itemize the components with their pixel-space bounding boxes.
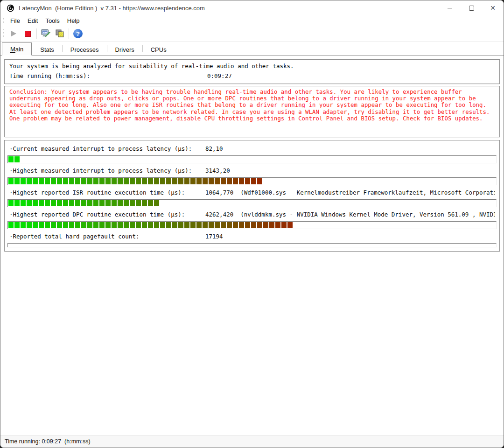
bar-segment	[136, 222, 141, 228]
bar-segment	[239, 222, 244, 228]
bar-segment	[63, 222, 68, 228]
bar-segment	[8, 200, 14, 206]
bar-segment	[251, 222, 256, 228]
stat-line: ·Current measured interrupt to process l…	[9, 145, 495, 152]
bar-segment	[27, 222, 32, 228]
bar-segment	[227, 178, 232, 184]
bar-segment	[99, 178, 105, 184]
minimize-button[interactable]	[439, 0, 461, 15]
stat-value: 3143,20	[205, 167, 230, 174]
bar-segment	[69, 222, 74, 228]
window-controls: ✕	[439, 0, 504, 15]
bar-segment	[57, 200, 62, 206]
bar-segment	[45, 178, 50, 184]
status-text: Time running: 0:09:27 (h:mm:ss)	[5, 438, 91, 445]
bar-segment	[87, 200, 92, 206]
bar-segment	[69, 200, 74, 206]
options-button[interactable]	[39, 28, 53, 40]
stat-line: ·Highest reported ISR routine execution …	[9, 189, 495, 196]
bar-segment	[287, 222, 293, 228]
bar-segment	[93, 178, 98, 184]
bar-segment	[118, 222, 123, 228]
time-running-line: Time running (h:mm:ss): 0:09:27	[9, 72, 495, 82]
bar-segment	[148, 178, 153, 184]
bar-segment	[281, 222, 287, 228]
menu-tools[interactable]: Tools	[42, 16, 63, 25]
monitor-tool-icon	[41, 28, 51, 39]
bar-segment	[14, 222, 20, 228]
maximize-icon	[469, 6, 474, 11]
bar-segment	[154, 222, 159, 228]
conclusion-box: Conclusion: Your system appears to be ha…	[4, 86, 500, 137]
stat-detail: (nvlddmkm.sys - NVIDIA Windows Kernel Mo…	[240, 211, 495, 218]
start-monitor-button[interactable]	[7, 28, 21, 40]
main-content: Your system is being analyzed for suitab…	[0, 56, 504, 435]
bar-segment	[112, 178, 117, 184]
bar-segment	[21, 222, 26, 228]
latencymon-window: LatencyMon (Home Edition ) v 7.31 - http…	[0, 0, 504, 448]
bar-segment	[118, 178, 123, 184]
tab-cpus[interactable]: CPUs	[143, 44, 175, 55]
bar-segment	[57, 178, 62, 184]
bar-segment	[8, 222, 14, 228]
bar-segment	[269, 222, 274, 228]
bar-segment	[14, 156, 20, 162]
windows-button[interactable]	[53, 28, 67, 40]
bar-segment	[21, 200, 26, 206]
bar-segment	[166, 222, 171, 228]
bar-segment	[196, 222, 202, 228]
bar-segment	[215, 178, 220, 184]
bar-segment	[190, 222, 196, 228]
menu-file[interactable]: File	[7, 16, 24, 25]
bar-segment	[27, 178, 32, 184]
bar-segment	[99, 200, 105, 206]
toolbar-separator	[87, 28, 87, 39]
stats-rows: ·Current measured interrupt to process l…	[7, 145, 497, 247]
bar-segment	[33, 178, 38, 184]
bar-segment	[51, 200, 56, 206]
menu-edit[interactable]: Edit	[24, 16, 42, 25]
bar-segment	[203, 178, 208, 184]
bar-segment	[233, 178, 238, 184]
bar-segment	[251, 178, 256, 184]
bar-track	[7, 243, 497, 247]
tab-processes[interactable]: Processes	[63, 44, 107, 55]
bar-segment	[190, 178, 196, 184]
bar-segment	[124, 222, 129, 228]
bar-segment	[81, 200, 86, 206]
tab-main[interactable]: Main	[2, 42, 32, 56]
bar-segment	[136, 178, 141, 184]
stat-label: ·Highest measured interrupt to process l…	[9, 167, 205, 174]
bar-track	[7, 155, 497, 163]
stop-monitor-button[interactable]	[21, 28, 35, 40]
stat-row: ·Highest measured interrupt to process l…	[7, 167, 497, 185]
maximize-button[interactable]	[461, 0, 482, 15]
close-button[interactable]: ✕	[482, 0, 504, 15]
bar-segment	[105, 200, 111, 206]
bar-segment	[87, 222, 92, 228]
bar-segment	[87, 178, 92, 184]
bar-segment	[196, 178, 202, 184]
stat-value: 4262,420	[205, 211, 233, 218]
tab-stats[interactable]: Stats	[32, 44, 62, 55]
bar-segment	[75, 178, 80, 184]
tab-drivers[interactable]: Drivers	[107, 44, 142, 55]
bar-segment	[142, 222, 147, 228]
help-button[interactable]: ?	[71, 28, 85, 40]
stat-label: ·Current measured interrupt to process l…	[9, 145, 205, 152]
bar-segment	[124, 178, 129, 184]
bar-segment	[93, 200, 98, 206]
bar-track	[7, 199, 497, 207]
bar-segment	[105, 222, 111, 228]
minimize-icon	[448, 8, 452, 8]
stat-line: ·Highest reported DPC routine execution …	[9, 211, 495, 218]
bar-segment	[8, 156, 14, 162]
conclusion-text: Conclusion: Your system appears to be ha…	[9, 89, 495, 122]
bar-segment	[263, 222, 268, 228]
menu-bar: File Edit Tools Help	[0, 15, 504, 26]
bar-segment	[39, 200, 44, 206]
help-icon: ?	[73, 29, 83, 38]
bar-segment	[221, 178, 226, 184]
menu-help[interactable]: Help	[63, 16, 84, 25]
bar-segment	[166, 178, 171, 184]
